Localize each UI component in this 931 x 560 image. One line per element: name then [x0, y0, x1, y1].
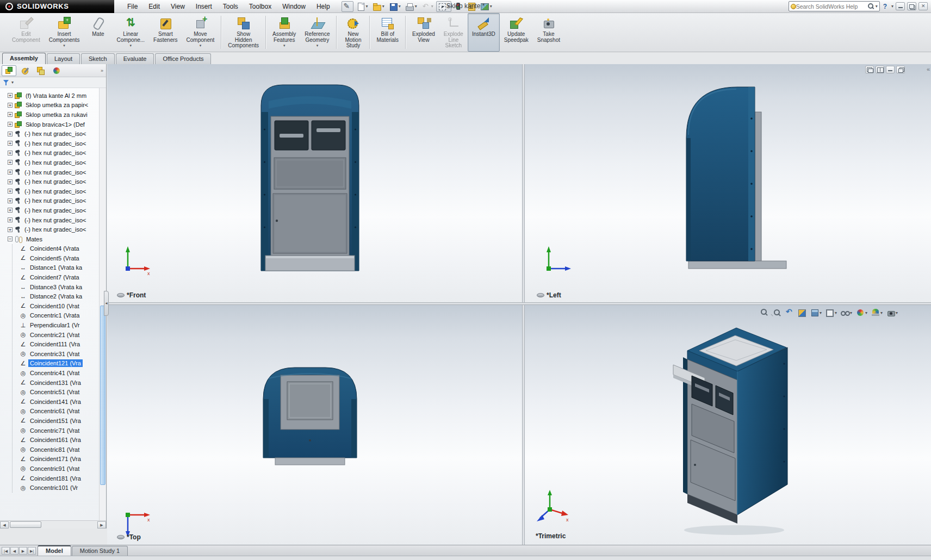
tab-layout[interactable]: Layout [47, 53, 80, 64]
window-minimize-button[interactable] [896, 2, 905, 10]
front-view-model[interactable] [258, 80, 362, 281]
panel-tab-display-manager[interactable] [49, 65, 64, 76]
mates-folder-row[interactable]: −Mates [0, 234, 106, 244]
panel-overflow-icon[interactable]: » [101, 68, 104, 73]
apply-scene-caret-icon[interactable]: ▾ [880, 310, 883, 315]
hide-show-items-button[interactable]: ▾ [839, 308, 854, 318]
viewport-trimetric[interactable]: ▾▾▾▾▾▾ [525, 305, 931, 545]
new-document-caret-icon[interactable]: ▾ [366, 4, 368, 9]
trimetric-view-model[interactable] [669, 315, 799, 539]
menu-view[interactable]: View [165, 1, 190, 13]
scroll-right-icon[interactable]: ▶ [97, 521, 106, 528]
component-row[interactable]: +(-) hex nut gradec_iso< [0, 206, 106, 215]
expand-icon[interactable]: + [8, 151, 13, 155]
mate-row[interactable]: ◎Concentric31 (Vrat [13, 349, 106, 359]
window-close-button[interactable] [918, 2, 928, 10]
reference-geometry-button[interactable]: ReferenceGeometry▾ [300, 13, 334, 52]
reference-geometry-caret-icon[interactable]: ▾ [316, 43, 319, 47]
expand-icon[interactable]: + [8, 93, 13, 98]
search-icon[interactable] [868, 3, 874, 10]
component-row[interactable]: +(-) hex nut gradec_iso< [0, 167, 106, 177]
expand-icon[interactable]: + [8, 217, 13, 222]
instant3d-button[interactable]: Instant3D [468, 13, 500, 52]
print-document-button[interactable]: ▾ [404, 1, 419, 12]
scroll-left-icon[interactable]: ◀ [0, 521, 9, 528]
component-row[interactable]: +(-) hex nut gradec_iso< [0, 186, 106, 196]
print-document-caret-icon[interactable]: ▾ [415, 4, 417, 9]
mate-row[interactable]: ∠Coincident111 (Vra [13, 339, 106, 349]
mate-row[interactable]: ◎Concentric61 (Vrat [13, 407, 106, 416]
open-document-button[interactable]: ▾ [371, 1, 386, 12]
linear-component-button[interactable]: LinearCompone...▾ [112, 13, 149, 52]
mate-row[interactable]: ∠Coincident10 (Vrat [13, 301, 106, 311]
window-cascade-icon[interactable] [865, 66, 874, 73]
expand-icon[interactable]: + [8, 189, 13, 194]
insert-components-caret-icon[interactable]: ▾ [63, 43, 65, 47]
window-restore-button[interactable] [907, 2, 916, 10]
view-orientation-caret-icon[interactable]: ▾ [820, 310, 822, 315]
window-tile-icon[interactable] [876, 66, 884, 73]
bill-of-materials-button[interactable]: Bill ofMaterials [372, 13, 403, 52]
assembly-features-button[interactable]: AssemblyFeatures▾ [268, 13, 300, 52]
viewport-top[interactable]: x *Top [107, 305, 522, 545]
options-caret-icon[interactable]: ▾ [490, 4, 492, 9]
task-pane-chevron-icon[interactable]: « [927, 66, 930, 72]
viewport-left[interactable]: *Left « [525, 64, 931, 302]
mate-row[interactable]: ∠Coincident7 (Vrata [13, 272, 106, 282]
component-row[interactable]: +Sklop bravica<1> (Def [0, 120, 106, 129]
component-row[interactable]: +(f) Vrata kante Al 2 mm [0, 91, 106, 101]
component-row[interactable]: +(-) hex nut gradec_iso< [0, 139, 106, 148]
mate-row[interactable]: ∠Coincident5 (Vrata [13, 253, 106, 263]
linear-component-caret-icon[interactable]: ▾ [130, 43, 132, 47]
tab-assembly[interactable]: Assembly [2, 53, 46, 64]
component-row[interactable]: +(-) hex nut gradec_iso< [0, 196, 106, 206]
insert-components-button[interactable]: InsertComponents▾ [45, 13, 84, 52]
menu-tools[interactable]: Tools [218, 1, 244, 13]
expand-icon[interactable]: + [8, 112, 13, 117]
mate-row[interactable]: ◎Concentric21 (Vrat [13, 330, 106, 340]
view-settings-caret-icon[interactable]: ▾ [896, 310, 898, 315]
tab-office-products[interactable]: Office Products [155, 53, 211, 64]
help-caret-icon[interactable]: ▾ [891, 4, 893, 9]
display-style-caret-icon[interactable]: ▾ [835, 310, 837, 315]
sketch-pencil-button[interactable] [342, 1, 353, 12]
panel-tab-configuration-manager[interactable] [33, 65, 48, 76]
tab-next-icon[interactable]: ▶ [19, 547, 27, 555]
mate-row[interactable]: ⊥Perpendicular1 (Vr [13, 320, 106, 330]
update-speedpak-button[interactable]: UpdateSpeedpak [500, 13, 533, 52]
collapse-icon[interactable]: − [8, 237, 13, 241]
menu-window[interactable]: Window [277, 1, 311, 13]
mate-row[interactable]: ∠Coincident131 (Vra [13, 378, 106, 388]
move-component-caret-icon[interactable]: ▾ [200, 43, 202, 47]
panel-tab-feature-manager[interactable] [2, 65, 16, 76]
component-row[interactable]: +(-) hex nut gradec_iso< [0, 129, 106, 139]
component-row[interactable]: +(-) hex nut gradec_iso< [0, 158, 106, 167]
edit-appearance-button[interactable]: ▾ [854, 308, 869, 318]
panel-splitter-handle[interactable]: ◂ [104, 291, 109, 316]
open-document-caret-icon[interactable]: ▾ [382, 4, 384, 9]
mate-row[interactable]: ↔Distance2 (Vrata ka [13, 291, 106, 301]
tab-model[interactable]: Model [38, 545, 71, 556]
viewport-horizontal-divider[interactable] [107, 302, 931, 305]
mate-row[interactable]: ∠Coincident181 (Vra [13, 474, 106, 483]
mate-row[interactable]: ∠Coincident121 (Vra [13, 359, 106, 369]
mate-row[interactable]: ◎Concentric41 (Vrat [13, 368, 106, 378]
mate-button[interactable]: Mate [84, 13, 112, 52]
view-orientation-button[interactable]: ▾ [809, 308, 823, 318]
mate-row[interactable]: ∠Coincident151 (Vra [13, 416, 106, 426]
tab-motion-study-1[interactable]: Motion Study 1 [72, 546, 128, 556]
component-row[interactable]: +(-) hex nut gradec_iso< [0, 215, 106, 225]
mate-row[interactable]: ∠Coincident4 (Vrata [13, 244, 106, 254]
expand-icon[interactable]: + [8, 170, 13, 175]
filter-funnel-icon[interactable] [3, 79, 9, 86]
panel-tab-property-manager[interactable] [17, 65, 32, 76]
menu-file[interactable]: File [122, 1, 143, 13]
assembly-features-caret-icon[interactable]: ▾ [283, 43, 285, 47]
mate-row[interactable]: ∠Coincident141 (Vra [13, 397, 106, 407]
hide-show-items-caret-icon[interactable]: ▾ [850, 310, 852, 315]
smart-fasteners-button[interactable]: SmartFasteners [149, 13, 182, 52]
mate-row[interactable]: ◎Concentric51 (Vrat [13, 387, 106, 397]
mate-row[interactable]: ◎Concentric101 (Vr [13, 483, 106, 493]
left-view-model[interactable] [672, 80, 792, 277]
new-motion-study-button[interactable]: NewMotionStudy [339, 13, 367, 52]
